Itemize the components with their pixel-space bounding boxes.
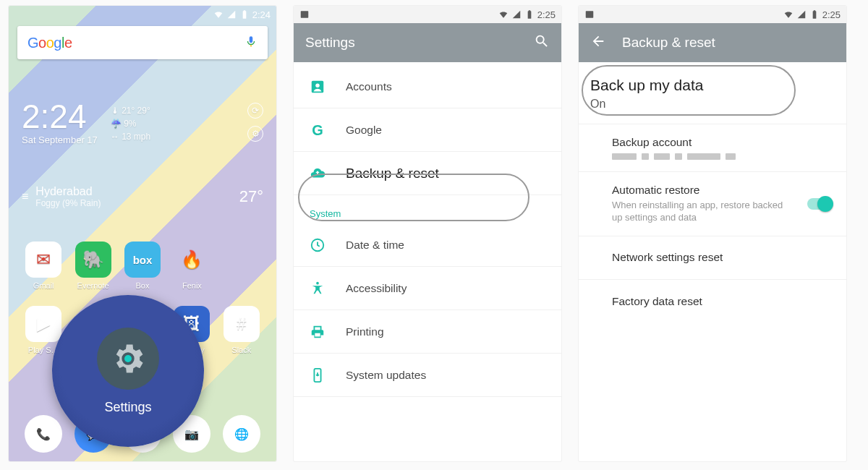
google-search[interactable]: Google: [17, 26, 268, 59]
app-slack[interactable]: #Slack: [217, 306, 266, 354]
app-bar: Backup & reset: [579, 23, 846, 62]
settings-app-icon: [97, 328, 159, 390]
row-auto-restore[interactable]: Automatic restore When reinstalling an a…: [579, 172, 846, 236]
battery-icon: [239, 9, 250, 20]
clock-icon: [310, 237, 326, 253]
wifi-icon: [498, 9, 509, 20]
clock-widget[interactable]: 2:24 Sat September 17 🌡 21° 29° ☔ 9% ↔ 1…: [22, 100, 263, 145]
refresh-icon[interactable]: ⟳: [247, 103, 263, 119]
app-bar: Settings: [294, 23, 561, 62]
backup-reset-screen: 2:25 Backup & reset Back up my data On B…: [579, 6, 846, 461]
row-accessibility[interactable]: Accessibility: [294, 267, 561, 310]
signal-icon: [796, 9, 807, 20]
backup-list: Back up my data On Backup account Automa…: [579, 62, 846, 323]
signal-icon: [511, 9, 522, 20]
update-icon: [310, 367, 326, 383]
settings-screen: 2:25 Settings Accounts G Google Backup &…: [294, 6, 561, 461]
section-system: System: [294, 195, 561, 223]
row-factory-reset[interactable]: Factory data reset: [579, 280, 846, 323]
zoom-highlight-settings[interactable]: Settings: [52, 295, 204, 447]
image-icon: [299, 9, 310, 20]
print-icon: [310, 324, 326, 340]
dock-chrome[interactable]: 🌐: [217, 415, 266, 453]
row-accounts[interactable]: Accounts: [294, 65, 561, 108]
fog-icon: ≡: [22, 190, 28, 203]
accessibility-icon: [310, 281, 326, 296]
back-icon[interactable]: [590, 33, 606, 53]
settings-small-icon[interactable]: ⚙: [247, 126, 263, 142]
appbar-title: Backup & reset: [622, 35, 835, 51]
home-screen: 2:24 Google 2:24 Sat September 17 🌡 21° …: [9, 6, 276, 461]
signal-icon: [226, 9, 237, 20]
redacted-account: [612, 153, 832, 160]
settings-list: Accounts G Google Backup & reset System …: [294, 62, 561, 397]
row-backup-my-data[interactable]: Back up my data On: [579, 65, 846, 124]
svg-rect-2: [301, 11, 309, 17]
clock-time: 2:24: [22, 100, 98, 133]
wifi-icon: [213, 9, 224, 20]
status-bar: 2:25: [294, 6, 561, 23]
auto-restore-toggle[interactable]: [807, 198, 832, 210]
svg-point-4: [315, 83, 320, 87]
zoom-label: Settings: [104, 400, 151, 415]
backup-icon: [310, 166, 326, 181]
row-google[interactable]: G Google: [294, 108, 561, 152]
status-time: 2:24: [252, 9, 271, 20]
row-printing[interactable]: Printing: [294, 310, 561, 354]
app-evernote[interactable]: 🐘Evernote: [68, 242, 117, 290]
svg-rect-8: [586, 11, 594, 17]
svg-point-6: [316, 281, 319, 284]
image-icon: [584, 9, 595, 20]
weather-brief: 🌡 21° 29° ☔ 9% ↔ 13 mph: [111, 100, 150, 143]
row-backup-account[interactable]: Backup account: [579, 124, 846, 172]
mic-icon[interactable]: [244, 33, 258, 52]
svg-rect-0: [250, 45, 252, 46]
app-gmail[interactable]: ✉Gmail: [19, 242, 68, 290]
google-logo: Google: [27, 35, 72, 51]
status-bar: 2:25: [579, 6, 846, 23]
weather-condition: Foggy (9% Rain): [35, 198, 101, 208]
app-fenix[interactable]: 🔥Fenix: [167, 242, 216, 290]
row-backup-reset[interactable]: Backup & reset: [294, 152, 561, 195]
google-icon: G: [310, 122, 326, 138]
weather-location: Hyderabad: [35, 185, 101, 198]
status-time: 2:25: [822, 9, 841, 20]
appbar-title: Settings: [305, 35, 518, 51]
row-system-updates[interactable]: System updates: [294, 354, 561, 397]
battery-icon: [524, 9, 535, 20]
battery-icon: [809, 9, 820, 20]
row-date-time[interactable]: Date & time: [294, 223, 561, 267]
wifi-icon: [783, 9, 793, 20]
weather-temp: 27°: [239, 187, 263, 206]
app-box[interactable]: boxBox: [118, 242, 167, 290]
clock-date: Sat September 17: [22, 134, 98, 145]
search-icon[interactable]: [534, 33, 550, 53]
dock-phone[interactable]: 📞: [19, 415, 68, 453]
status-bar: 2:24: [9, 6, 276, 23]
status-time: 2:25: [537, 9, 556, 20]
row-network-reset[interactable]: Network settings reset: [579, 236, 846, 280]
accounts-icon: [310, 79, 326, 95]
svg-point-1: [124, 355, 132, 362]
weather-widget[interactable]: ≡ Hyderabad Foggy (9% Rain) 27°: [22, 185, 263, 208]
